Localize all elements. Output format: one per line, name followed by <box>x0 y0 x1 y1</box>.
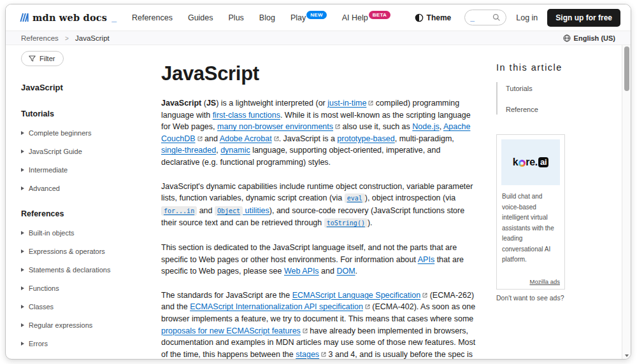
sidebar-title-javascript[interactable]: JavaScript <box>21 83 154 92</box>
breadcrumb-javascript[interactable]: JavaScript <box>75 34 110 42</box>
login-link[interactable]: Log in <box>516 13 538 22</box>
scrollbar-thumb[interactable] <box>624 46 629 91</box>
top-navigation: mdn web docs_ References Guides Plus Blo… <box>6 4 631 31</box>
nav-blog[interactable]: Blog <box>259 13 275 22</box>
bold-text: JavaScript <box>161 99 201 108</box>
external-link-icon <box>321 349 326 359</box>
nav-plus[interactable]: Plus <box>229 13 244 22</box>
sidebar-item-statements-declarations[interactable]: Statements & declarations <box>21 266 154 274</box>
primary-nav: References Guides Plus Blog PlayNEW AI H… <box>132 13 390 22</box>
article-link[interactable]: utilities <box>243 206 269 215</box>
expand-triangle-icon <box>21 231 24 235</box>
external-link-icon <box>368 97 373 109</box>
sidebar-item-regular-expressions[interactable]: Regular expressions <box>21 321 154 329</box>
article-link[interactable]: Adobe Acrobat <box>220 134 279 143</box>
external-link-icon <box>274 133 279 145</box>
filter-label: Filter <box>39 55 55 62</box>
sidebar-item-complete-beginners[interactable]: Complete beginners <box>21 129 154 137</box>
article-link[interactable]: DOM <box>336 267 355 276</box>
scrollbar[interactable] <box>622 45 631 359</box>
nav-ai-help[interactable]: AI HelpBETA <box>342 13 390 22</box>
left-sidebar: Filter JavaScript Tutorials Complete beg… <box>6 45 157 359</box>
breadcrumb-references[interactable]: References <box>21 34 59 42</box>
article-link[interactable]: first-class functions <box>213 111 280 120</box>
filter-button[interactable]: Filter <box>21 51 64 66</box>
kore-o-ring-icon <box>519 160 526 167</box>
beta-badge: BETA <box>369 11 390 19</box>
new-badge: NEW <box>306 11 327 19</box>
article-link[interactable]: dynamic <box>220 146 250 155</box>
toc-item-tutorials[interactable]: Tutorials <box>506 85 533 92</box>
search-input[interactable]: _ <box>464 10 506 25</box>
article-code-link[interactable]: Object <box>215 206 243 216</box>
expand-triangle-icon <box>21 150 24 153</box>
expand-triangle-icon <box>21 249 24 253</box>
nav-play[interactable]: PlayNEW <box>290 13 327 22</box>
browser-page: mdn web docs_ References Guides Plus Blo… <box>5 4 631 360</box>
external-link-icon <box>303 325 308 337</box>
article-link[interactable]: single-threaded <box>161 146 216 155</box>
sidebar-item-expressions-operators[interactable]: Expressions & operators <box>21 248 154 255</box>
search-hint: _ <box>470 15 475 21</box>
theme-toggle-button[interactable]: Theme <box>411 13 455 23</box>
external-link-icon <box>422 290 427 302</box>
article-link[interactable]: just-in-time <box>327 99 373 108</box>
sidebar-item-functions[interactable]: Functions <box>21 284 154 292</box>
article-link[interactable]: Web APIs <box>284 267 319 276</box>
half-moon-icon <box>415 13 424 22</box>
sidebar-item-misc[interactable]: Misc <box>21 358 154 359</box>
article-link[interactable]: Node.js <box>412 122 439 131</box>
theme-label: Theme <box>427 13 452 22</box>
article-code-link[interactable]: toString() <box>324 218 368 228</box>
article-paragraph: JavaScript's dynamic capabilities includ… <box>161 181 480 230</box>
sidebar-item-errors[interactable]: Errors <box>21 340 154 347</box>
sidebar-item-intermediate[interactable]: Intermediate <box>21 166 154 174</box>
article-link[interactable]: ECMAScript Language Specification <box>292 291 428 300</box>
mdn-logo-icon <box>20 13 29 22</box>
article-link[interactable]: APIs <box>418 255 434 264</box>
sidebar-heading-tutorials: Tutorials <box>21 109 154 118</box>
ad-container[interactable]: kre.ai Build chat and voice-based intell… <box>496 134 565 290</box>
article-code-link[interactable]: eval <box>345 193 365 203</box>
article-link[interactable]: stages <box>296 350 326 359</box>
article-link[interactable]: prototype-based <box>337 134 394 143</box>
nav-right-controls: Theme _ Log in Sign up for free <box>411 9 620 27</box>
breadcrumb-separator: > <box>65 35 69 42</box>
expand-triangle-icon <box>21 323 24 327</box>
references-list: Built-in objects Expressions & operators… <box>21 229 154 359</box>
toc-heading: In this article <box>496 62 615 73</box>
article-link[interactable]: many non-browser environments <box>217 122 340 131</box>
mdn-logo[interactable]: mdn web docs_ <box>20 12 117 23</box>
kore-ai-logo: kre.ai <box>513 157 549 168</box>
article-link[interactable]: ECMAScript Internationalization API spec… <box>190 302 370 311</box>
sidebar-item-classes[interactable]: Classes <box>21 303 154 311</box>
breadcrumb-bar: References > JavaScript English (US) <box>6 31 631 45</box>
dismiss-ads-link[interactable]: Don't want to see ads? <box>496 294 564 302</box>
language-switcher[interactable]: English (US) <box>559 34 619 43</box>
article-paragraph: JavaScript (JS) is a lightweight interpr… <box>161 97 480 169</box>
bold-text: JS <box>206 99 216 108</box>
magnifier-icon <box>492 13 501 22</box>
mozilla-ads-link[interactable]: Mozilla ads <box>501 278 560 285</box>
funnel-icon <box>29 55 36 62</box>
expand-triangle-icon <box>21 286 24 290</box>
article-paragraph: This section is dedicated to the JavaScr… <box>161 242 480 277</box>
breadcrumb: References > JavaScript <box>21 34 110 42</box>
brand-caret: _ <box>111 13 117 23</box>
article-main: JavaScript JavaScript (JS) is a lightwei… <box>157 45 496 359</box>
sidebar-item-built-in-objects[interactable]: Built-in objects <box>21 229 154 237</box>
nav-references[interactable]: References <box>132 13 173 22</box>
toc-item-reference[interactable]: Reference <box>506 106 538 113</box>
article-code-link[interactable]: for...in <box>161 206 197 216</box>
tutorials-list: Complete beginners JavaScript Guide Inte… <box>21 129 154 192</box>
sidebar-item-advanced[interactable]: Advanced <box>21 185 154 192</box>
expand-triangle-icon <box>21 305 24 309</box>
nav-guides[interactable]: Guides <box>188 13 213 22</box>
signup-button[interactable]: Sign up for free <box>547 9 620 27</box>
sidebar-item-javascript-guide[interactable]: JavaScript Guide <box>21 148 154 155</box>
external-link-icon <box>335 121 340 133</box>
article-link[interactable]: proposals for new ECMAScript features <box>161 326 308 335</box>
expand-triangle-icon <box>21 168 24 172</box>
scroll-down-arrow-icon[interactable] <box>625 354 629 357</box>
external-link-icon <box>365 301 370 313</box>
